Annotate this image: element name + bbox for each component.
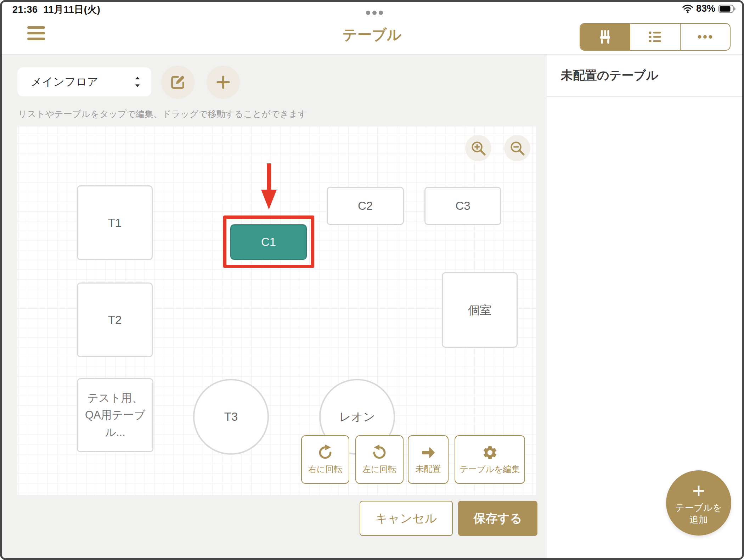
add-table-button[interactable]: + テーブルを 追加 (666, 470, 731, 536)
zoom-in-icon (470, 140, 487, 157)
rotate-cw-icon (317, 444, 333, 461)
unplaced-tables-title: 未配置のテーブル (561, 67, 658, 84)
unplace-button[interactable]: 未配置 (408, 435, 449, 484)
arrow-right-icon (421, 445, 436, 460)
save-button[interactable]: 保存する (458, 501, 537, 536)
floor-selector-value: メインフロア (31, 74, 132, 89)
table-test-qa[interactable]: テスト用、QA用テーブル... (77, 378, 153, 452)
plus-icon (215, 74, 231, 90)
table-T1[interactable]: T1 (77, 185, 153, 260)
tab-list-view[interactable] (630, 24, 680, 50)
edit-hint-text: リストやテーブルをタップで編集、ドラッグで移動することができます (18, 108, 307, 120)
status-date: 11月11日(火) (44, 4, 101, 15)
header: テーブル (2, 15, 742, 55)
table-C2[interactable]: C2 (327, 187, 404, 225)
rotate-ccw-icon (371, 444, 388, 461)
rotate-right-button[interactable]: 右に回転 (301, 435, 349, 484)
wifi-icon (682, 4, 693, 13)
pointer-arrow (261, 163, 277, 209)
zoom-out-button[interactable] (504, 135, 530, 161)
cancel-button[interactable]: キャンセル (360, 501, 453, 536)
edit-icon (170, 74, 186, 90)
updown-arrows-icon (132, 74, 143, 89)
battery-percent: 83% (696, 3, 715, 14)
floor-selector[interactable]: メインフロア (17, 67, 151, 96)
sidebar-divider (547, 96, 742, 97)
table-C1-selected[interactable]: C1 (230, 224, 307, 260)
tab-more[interactable] (681, 24, 730, 50)
list-icon (647, 29, 663, 45)
rotate-left-button[interactable]: 左に回転 (355, 435, 404, 484)
multitask-dots-icon (366, 11, 383, 15)
app-window: 21:36 11月11日(火) 83% テーブル (0, 0, 744, 560)
view-switcher (580, 23, 731, 51)
edit-floor-button[interactable] (161, 66, 195, 99)
chair-icon (597, 29, 613, 45)
battery-icon (718, 4, 736, 13)
menu-icon[interactable] (27, 23, 45, 43)
table-koshitsu[interactable]: 個室 (442, 272, 518, 348)
ellipsis-icon (696, 29, 714, 45)
table-T3[interactable]: T3 (193, 379, 269, 455)
floor-plan-canvas[interactable]: T1 T2 C2 C3 個室 テスト用、QA用テーブル... T3 レオン C1… (17, 127, 536, 495)
gear-icon (482, 444, 498, 461)
edit-table-button[interactable]: テーブルを編集 (455, 435, 525, 484)
status-bar: 21:36 11月11日(火) 83% (2, 2, 742, 15)
table-T2[interactable]: T2 (77, 282, 153, 357)
plus-icon: + (692, 480, 705, 501)
table-C3[interactable]: C3 (424, 187, 501, 225)
add-floor-button[interactable] (207, 66, 240, 99)
clock-and-date: 21:36 11月11日(火) (12, 3, 100, 16)
zoom-out-icon (509, 140, 526, 157)
tab-floor-view[interactable] (580, 24, 630, 50)
zoom-in-button[interactable] (465, 135, 491, 161)
status-time: 21:36 (12, 4, 38, 15)
